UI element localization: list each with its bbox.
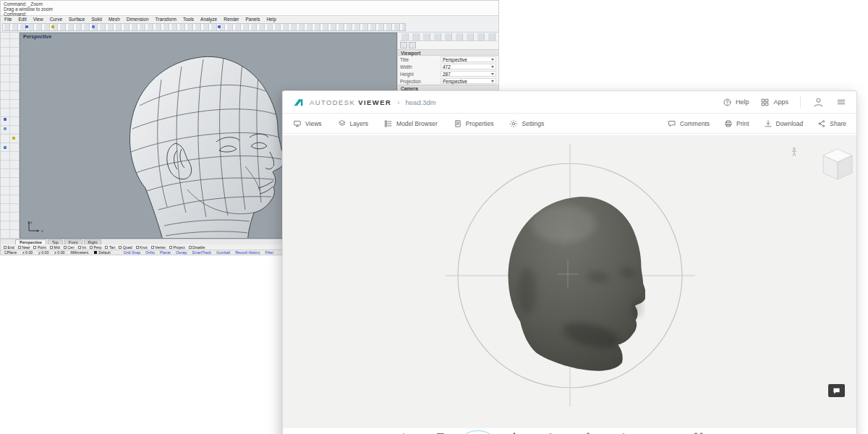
status-toggle[interactable]: Planar — [160, 250, 171, 255]
hamburger-menu-icon[interactable] — [836, 97, 846, 107]
menu-item[interactable]: Transform — [156, 17, 176, 22]
viewer-tool-button[interactable]: Fit to view — [427, 430, 454, 434]
checkbox-icon[interactable] — [119, 246, 122, 249]
toolbar-button[interactable]: Comments — [668, 119, 710, 128]
checkbox-icon[interactable] — [90, 246, 93, 249]
osnap-checkbox[interactable]: Mid — [50, 245, 60, 250]
toolbar-button[interactable]: Download — [764, 119, 804, 128]
osnap-checkbox[interactable]: Knot — [136, 245, 148, 250]
menu-item[interactable]: Edit — [18, 17, 26, 22]
command-history[interactable]: Command: _ZoomDrag a window to zoomComma… — [1, 1, 498, 16]
menu-item[interactable]: Analyze — [200, 17, 217, 22]
viewcube[interactable] — [817, 144, 856, 183]
checkbox-icon[interactable] — [151, 246, 154, 249]
menu-item[interactable]: Help — [266, 17, 276, 22]
status-toggle[interactable]: SmartTrack — [192, 250, 211, 255]
menu-item[interactable]: Tools — [183, 17, 194, 22]
viewport-tab[interactable]: Top — [48, 239, 63, 245]
osnap-checkbox[interactable]: Project — [169, 245, 185, 250]
sidebar-icon[interactable] — [12, 137, 15, 140]
checkbox-icon[interactable] — [64, 246, 67, 249]
viewport-tab[interactable]: Perspective — [15, 239, 46, 245]
osnap-checkbox[interactable]: Int — [78, 245, 86, 250]
property-value[interactable]: 287 — [441, 71, 496, 77]
toolbar-icon-strip[interactable] — [2, 23, 406, 31]
viewer-tool-button[interactable]: First person — [575, 430, 601, 434]
checkbox-icon[interactable] — [169, 246, 172, 249]
viewer-tool-button[interactable]: ▾ Camera — [612, 430, 638, 434]
human-scale-icon[interactable] — [789, 145, 799, 158]
viewer-tool-button[interactable]: Explode — [686, 430, 712, 434]
property-value[interactable]: 472 — [441, 64, 496, 69]
menu-item[interactable]: File — [4, 17, 12, 22]
status-layer[interactable]: Default — [94, 250, 110, 255]
viewer-tool-button[interactable]: Orbit — [464, 430, 490, 434]
status-toggle[interactable]: Filter — [265, 250, 274, 255]
menu-item[interactable]: Render — [224, 17, 239, 22]
viewer-3d-canvas[interactable] — [283, 135, 856, 428]
property-value[interactable]: Perspective — [441, 56, 496, 62]
viewer-tool-button[interactable]: Markup — [723, 430, 749, 434]
toolbar-button[interactable]: Layers — [338, 119, 369, 128]
viewer-tool-button[interactable]: Measure — [649, 430, 675, 434]
osnap-checkbox[interactable]: Perp — [90, 245, 101, 250]
panel-tab-strip[interactable] — [399, 33, 497, 41]
menu-item[interactable]: Solid — [91, 17, 101, 22]
status-toggle[interactable]: Osnap — [176, 250, 187, 255]
toolbar-button[interactable]: Print — [724, 119, 749, 128]
side-toolbar[interactable] — [1, 33, 20, 239]
status-toggle[interactable]: Grid Snap — [124, 250, 140, 255]
menu-item[interactable]: Surface — [69, 17, 85, 22]
menu-item[interactable]: Curve — [50, 17, 62, 22]
toolbar-button[interactable]: Views — [293, 119, 322, 128]
checkbox-icon[interactable] — [136, 246, 139, 249]
panel-button[interactable] — [400, 42, 407, 48]
osnap-checkbox[interactable]: Quad — [119, 245, 132, 250]
sidebar-icon[interactable] — [4, 118, 7, 121]
sidebar-icon[interactable] — [4, 146, 7, 149]
toolbar-icon[interactable] — [51, 25, 54, 28]
toolbar-button[interactable]: Model Browser — [384, 119, 438, 128]
viewer-tool-button[interactable]: Home — [391, 430, 417, 434]
status-units[interactable]: Millimeters — [70, 250, 88, 255]
status-toggle[interactable]: Ortho — [145, 250, 155, 255]
checkbox-icon[interactable] — [33, 246, 36, 249]
toolbar-button[interactable]: Settings — [509, 119, 544, 128]
osnap-checkbox[interactable]: Vertex — [151, 245, 166, 250]
menu-item[interactable]: Panels — [246, 17, 260, 22]
menu-item[interactable]: Mesh — [109, 17, 120, 22]
osnap-checkbox[interactable]: Cen — [64, 245, 75, 250]
menu-item[interactable]: Dimension — [127, 17, 149, 22]
osnap-checkbox[interactable]: Point — [33, 245, 46, 250]
panel-button[interactable] — [409, 42, 416, 48]
viewport-title[interactable]: Perspective — [23, 34, 51, 39]
status-toggle[interactable]: Record History — [235, 250, 260, 255]
checkbox-icon[interactable] — [189, 246, 192, 249]
help-button[interactable]: Help — [723, 98, 749, 107]
toolbar-button[interactable]: Properties — [454, 119, 494, 128]
feedback-button[interactable] — [828, 384, 845, 397]
toolbar-icon[interactable] — [25, 25, 28, 28]
apps-button[interactable]: Apps — [760, 98, 788, 107]
viewport-tab[interactable]: Right — [84, 239, 102, 245]
status-cplane[interactable]: CPlane — [4, 250, 17, 255]
checkbox-icon[interactable] — [78, 246, 81, 249]
property-value[interactable]: Perspective — [441, 78, 496, 84]
osnap-checkbox[interactable]: Near — [18, 245, 30, 250]
user-avatar[interactable] — [812, 96, 825, 109]
viewer-tool-button[interactable]: Zoom — [538, 430, 564, 434]
menu-item[interactable]: View — [33, 17, 43, 22]
viewport-tab[interactable]: Front — [64, 239, 82, 245]
viewer-tool-button[interactable]: Pan — [501, 430, 527, 434]
checkbox-icon[interactable] — [4, 246, 7, 249]
osnap-checkbox[interactable]: End — [4, 245, 14, 250]
toolbar-icon[interactable] — [218, 25, 221, 28]
checkbox-icon[interactable] — [50, 246, 53, 249]
main-toolbar[interactable] — [1, 22, 498, 33]
osnap-checkbox[interactable]: Tan — [105, 245, 115, 250]
toolbar-icon[interactable] — [92, 25, 95, 28]
toolbar-button[interactable]: Share — [817, 119, 846, 128]
status-toggle[interactable]: Gumball — [216, 250, 230, 255]
sidebar-icon[interactable] — [4, 127, 7, 130]
checkbox-icon[interactable] — [105, 246, 108, 249]
